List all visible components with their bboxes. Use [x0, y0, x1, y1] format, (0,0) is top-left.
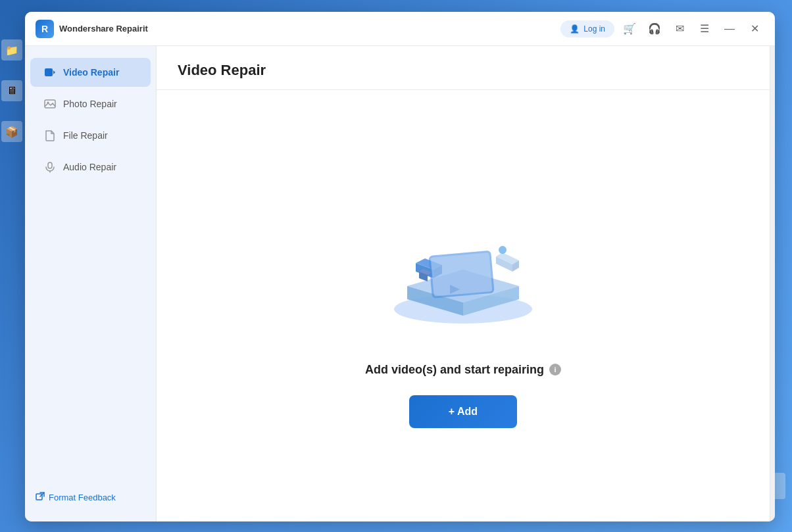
sidebar-item-label-file: File Repair: [63, 130, 108, 141]
svg-rect-11: [431, 253, 493, 297]
minimize-icon: —: [724, 23, 735, 35]
desktop-icon-1: 📁: [1, 39, 22, 60]
close-button[interactable]: ✕: [745, 19, 764, 39]
menu-icon: ☰: [700, 22, 709, 35]
mail-icon: ✉: [676, 22, 684, 35]
main-body: Add video(s) and start repairing i + Add: [157, 90, 770, 521]
menu-button[interactable]: ☰: [695, 19, 714, 39]
svg-marker-1: [53, 70, 55, 74]
format-feedback-link[interactable]: Format Feedback: [36, 492, 145, 503]
sidebar-item-label-audio: Audio Repair: [63, 162, 116, 172]
desktop-icon-2: 🖥: [1, 80, 22, 101]
window-body: Video Repair Photo Repair: [25, 46, 775, 521]
close-icon: ✕: [751, 22, 759, 35]
sidebar: Video Repair Photo Repair: [25, 46, 157, 521]
video-illustration: [371, 184, 555, 342]
add-button[interactable]: + Add: [409, 395, 517, 428]
add-button-label: + Add: [449, 406, 478, 418]
photo-repair-icon: [43, 97, 57, 110]
title-bar: R Wondershare Repairit 👤 Log in 🛒 🎧 ✉ ☰: [25, 12, 775, 46]
mail-button[interactable]: ✉: [670, 19, 689, 39]
sidebar-item-audio-repair[interactable]: Audio Repair: [30, 153, 151, 181]
headphones-button[interactable]: 🎧: [645, 19, 664, 39]
login-button[interactable]: 👤 Log in: [560, 20, 614, 37]
video-repair-icon: [43, 66, 57, 79]
desktop-icon-area: 📁 🖥 📦: [0, 0, 23, 532]
svg-rect-4: [48, 162, 52, 168]
desktop-icon-3: 📦: [1, 121, 22, 142]
main-scrollbar[interactable]: [770, 46, 775, 521]
minimize-button[interactable]: —: [720, 19, 739, 39]
headphones-icon: 🎧: [648, 22, 661, 35]
format-feedback-label: Format Feedback: [49, 493, 116, 502]
title-bar-actions: 👤 Log in 🛒 🎧 ✉ ☰ — ✕: [560, 19, 764, 39]
sidebar-item-file-repair[interactable]: File Repair: [30, 121, 151, 150]
file-repair-icon: [43, 129, 57, 142]
app-logo-icon: R: [36, 20, 54, 38]
sidebar-item-photo-repair[interactable]: Photo Repair: [30, 89, 151, 118]
sidebar-footer: Format Feedback: [25, 484, 156, 511]
sidebar-item-label-video: Video Repair: [63, 67, 119, 78]
audio-repair-icon: [43, 160, 57, 174]
title-bar-logo: R Wondershare Repairit: [36, 20, 560, 38]
external-link-icon: [36, 492, 45, 503]
user-icon: 👤: [570, 24, 580, 34]
add-prompt-container: Add video(s) and start repairing i: [365, 363, 561, 377]
cart-button[interactable]: 🛒: [620, 19, 639, 39]
main-header: Video Repair: [157, 46, 770, 90]
cart-icon: 🛒: [623, 22, 636, 35]
sidebar-item-video-repair[interactable]: Video Repair: [30, 58, 151, 87]
main-content: Video Repair: [157, 46, 770, 521]
sidebar-item-label-photo: Photo Repair: [63, 99, 117, 109]
page-title: Video Repair: [178, 62, 749, 79]
app-window: R Wondershare Repairit 👤 Log in 🛒 🎧 ✉ ☰: [25, 12, 775, 521]
svg-point-12: [499, 246, 507, 254]
add-prompt-text: Add video(s) and start repairing: [365, 363, 544, 377]
info-icon[interactable]: i: [549, 364, 561, 375]
app-name: Wondershare Repairit: [59, 24, 148, 34]
svg-rect-0: [45, 68, 53, 76]
